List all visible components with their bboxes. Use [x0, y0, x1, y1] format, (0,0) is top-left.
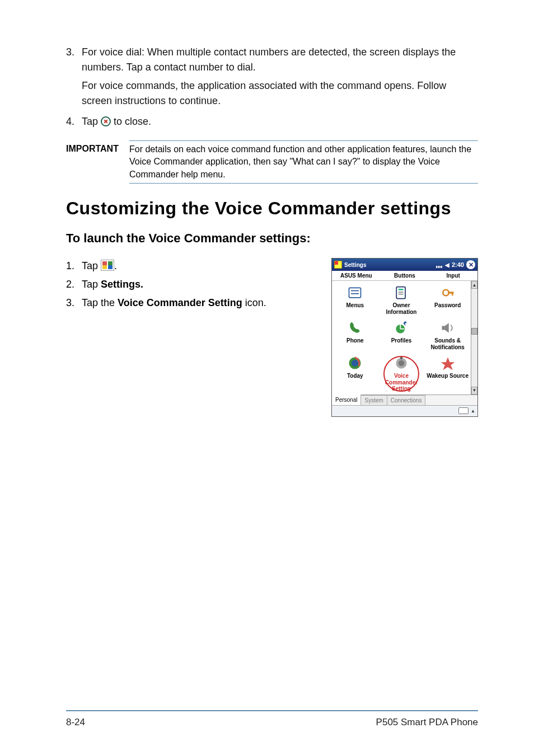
tab-personal[interactable]: Personal [332, 395, 361, 405]
window-titlebar: Settings ◀ 2:40 ✕ [332, 259, 477, 271]
preceding-ordered-list: 3. For voice dial: When multiple contact… [66, 45, 478, 129]
step-text: Tap Settings. [82, 276, 320, 293]
profiles-icon [393, 320, 410, 336]
input-selector-icon[interactable]: ▲ [471, 408, 475, 414]
svg-rect-6 [399, 294, 404, 295]
footer-title: P505 Smart PDA Phone [376, 717, 478, 728]
speaker-icon[interactable]: ◀ [445, 262, 449, 268]
window-title: Settings [344, 262, 366, 268]
setting-owner-information[interactable]: Owner Information [378, 282, 425, 316]
svg-point-12 [352, 360, 358, 367]
svg-rect-0 [349, 288, 361, 298]
steps-list: 1. Tap . 2. Tap Settings. 3. Tap the Voi [66, 258, 320, 311]
clock[interactable]: 2:40 [452, 261, 464, 268]
svg-point-14 [399, 360, 405, 367]
page-number: 8-24 [66, 717, 85, 728]
setting-menus[interactable]: Menus [332, 282, 378, 316]
setting-phone[interactable]: Phone [332, 317, 378, 351]
step-text: Tap . [82, 258, 320, 274]
svg-rect-4 [399, 289, 404, 290]
keyboard-icon[interactable] [458, 407, 469, 414]
tab-system[interactable]: System [361, 395, 387, 405]
svg-rect-15 [400, 356, 402, 359]
setting-today[interactable]: Today [332, 353, 378, 393]
list-text: For voice dial: When multiple contact nu… [82, 45, 478, 109]
settings-grid: Menus Owner Information Password Phone [332, 281, 471, 395]
scroll-down-icon[interactable]: ▼ [471, 387, 477, 395]
page-footer: 8-24 P505 Smart PDA Phone [66, 710, 478, 728]
important-note: IMPORTANT For details on each voice comm… [66, 140, 478, 184]
voice-commander-icon [393, 355, 410, 372]
tab-connections[interactable]: Connections [387, 395, 426, 405]
step-text: Tap the Voice Commander Setting icon. [82, 295, 320, 311]
close-icon [101, 116, 111, 126]
header-input[interactable]: Input [429, 271, 477, 280]
device-screenshot: Settings ◀ 2:40 ✕ ASUS Menu Buttons Inpu… [331, 258, 478, 417]
signal-icon[interactable] [436, 261, 443, 268]
input-panel-bar: ▲ [332, 405, 477, 416]
scroll-up-icon[interactable]: ▲ [471, 281, 477, 289]
header-row: ASUS Menu Buttons Input [332, 271, 477, 281]
owner-info-icon [393, 284, 410, 301]
scroll-thumb[interactable] [471, 328, 477, 335]
header-buttons[interactable]: Buttons [381, 271, 429, 280]
setting-profiles[interactable]: Profiles [378, 317, 425, 351]
setting-password[interactable]: Password [424, 282, 471, 316]
important-label: IMPORTANT [66, 140, 130, 184]
step-number: 3. [66, 295, 82, 311]
scrollbar[interactable]: ▲ ▼ [471, 281, 477, 395]
wakeup-icon [439, 355, 456, 372]
section-heading: Customizing the Voice Commander settings [66, 198, 478, 219]
svg-rect-9 [452, 292, 453, 295]
phone-icon [346, 320, 363, 336]
important-text: For details on each voice command functi… [129, 140, 478, 184]
speaker-icon [439, 320, 456, 336]
setting-wakeup-source[interactable]: Wakeup Source [424, 353, 471, 393]
password-icon [439, 284, 456, 301]
section-subheading: To launch the Voice Commander settings: [66, 231, 478, 246]
start-menu-icon[interactable] [334, 261, 342, 269]
close-icon[interactable]: ✕ [466, 260, 475, 269]
setting-voice-commander[interactable]: Voice Commander Setting [378, 353, 425, 393]
tab-bar: Personal System Connections [332, 395, 477, 405]
step-number: 2. [66, 276, 82, 293]
list-number: 3. [66, 45, 82, 109]
setting-sounds-notifications[interactable]: Sounds & Notifications [424, 317, 471, 351]
svg-rect-5 [399, 292, 404, 293]
today-icon [346, 355, 363, 372]
header-asus-menu[interactable]: ASUS Menu [332, 271, 381, 280]
step-number: 1. [66, 258, 82, 274]
menus-icon [346, 284, 363, 301]
list-number: 4. [66, 114, 82, 129]
start-menu-icon [101, 260, 114, 271]
list-text: Tap to close. [82, 114, 478, 129]
